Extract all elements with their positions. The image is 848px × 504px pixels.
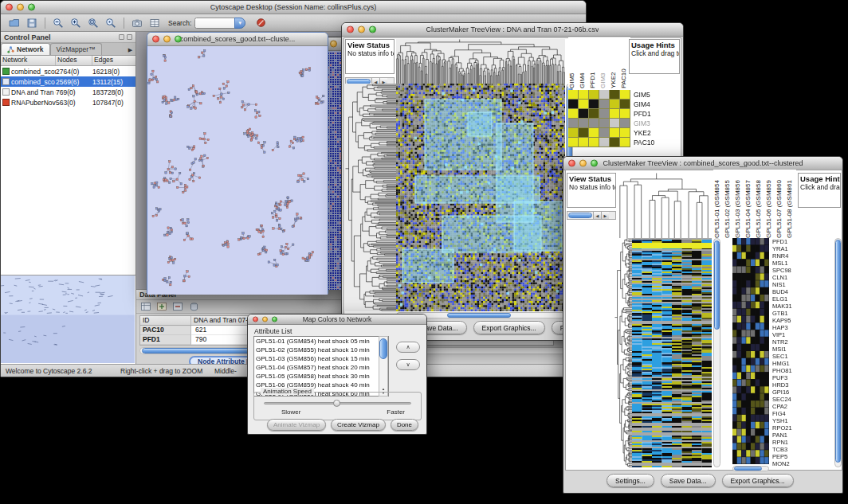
scroll-thumb[interactable] [835, 240, 841, 463]
scroll-right-button[interactable]: ▶ [601, 212, 609, 219]
open-session-button[interactable] [6, 16, 23, 30]
zoom-button[interactable] [369, 26, 376, 33]
heatmap-canvas[interactable] [396, 84, 565, 311]
select-attributes-button[interactable] [139, 301, 152, 312]
destroy-network-button[interactable] [252, 16, 269, 30]
dialog-button[interactable]: Animate Vizmap [267, 419, 326, 431]
network-overview-canvas[interactable] [1, 275, 135, 363]
minimize-button[interactable] [358, 26, 365, 33]
zoom-hscrollbar[interactable] [732, 466, 769, 471]
column-dendrogram-canvas[interactable] [396, 39, 565, 84]
minimize-button[interactable] [330, 41, 337, 48]
dialog-button[interactable]: Done [391, 419, 418, 431]
combo-arrow-icon[interactable]: ▼ [234, 18, 245, 29]
minimize-button[interactable] [163, 36, 171, 43]
usage-hints-title: Usage Hints [631, 41, 677, 49]
treeview-button[interactable]: Save Data... [661, 474, 716, 487]
minimize-button[interactable] [579, 160, 587, 167]
window-titlebar[interactable]: ClusterMaker TreeView : DNA and Tran 07-… [342, 23, 683, 37]
main-titlebar[interactable]: Cytoscape Desktop (Session Name: collins… [1, 1, 586, 14]
float-panel-button[interactable] [119, 34, 124, 40]
window-titlebar[interactable]: combined_scores_good.txt--cluste... [147, 33, 328, 46]
scroll-thumb[interactable] [734, 467, 762, 471]
matrix-row-labels: GIM5GIM4PFD1GIM3YKE2PAC10 [634, 90, 678, 147]
network-row[interactable]: combined_sco2569(6)13112(15) [1, 76, 135, 87]
attribute-list-label: Attribute List [254, 327, 292, 335]
close-button[interactable] [253, 317, 258, 322]
treeview-button[interactable]: Settings... [607, 474, 654, 487]
attribute-function-button[interactable] [187, 301, 200, 312]
snapshot-button[interactable] [128, 16, 146, 30]
tab-vizmapper[interactable]: VizMapper™ [50, 43, 102, 55]
zoom-button[interactable] [28, 4, 35, 11]
treeview-button[interactable]: Export Graphics... [473, 321, 545, 334]
attribute-list-item[interactable]: GPL51-05 (GSM858) heat shock 30 min [254, 372, 388, 381]
network-row[interactable]: RNAPuberNov2563(0)107847(0) [1, 97, 135, 107]
row-dendrogram-canvas[interactable] [345, 84, 396, 311]
column-dendrogram-canvas[interactable] [618, 173, 712, 238]
zoom-button[interactable] [591, 160, 598, 167]
move-up-button[interactable]: ∧ [396, 342, 420, 353]
create-attribute-button[interactable] [155, 301, 168, 312]
network-row-edges: 107847(0) [92, 99, 135, 107]
slider-thumb[interactable] [333, 400, 340, 407]
similarity-matrix-canvas[interactable] [568, 90, 630, 147]
matrix-column-labels: GIM5GIM4PFD1GIM3YKE2PAC10 [568, 37, 630, 88]
heatmap-column-label: GPL51-05 (GSM858 [755, 170, 765, 238]
tab-overflow-button[interactable]: ▶ [125, 45, 135, 55]
close-button[interactable] [152, 36, 159, 43]
view-status-box: View Status No status info to display [567, 173, 616, 208]
zoom-heatmap-canvas[interactable] [732, 238, 769, 464]
zoom-selected-button[interactable] [102, 16, 120, 30]
attribute-list-item[interactable]: GPL51-03 (GSM856) heat shock 15 min [254, 354, 388, 363]
scroll-thumb[interactable] [379, 338, 387, 359]
dialog-button[interactable]: Create Vizmap [331, 419, 386, 431]
window-titlebar[interactable]: ClusterMaker TreeView : combined_scores_… [563, 157, 842, 170]
view-status-scrollbar[interactable]: ◀ ▶ [567, 211, 616, 220]
scroll-left-button[interactable]: ◀ [593, 212, 601, 219]
global-vscrollbar[interactable] [713, 238, 720, 467]
zoom-out-button[interactable] [49, 16, 67, 30]
tab-network[interactable]: Network [1, 43, 50, 55]
gene-label: TCB3 [772, 446, 814, 453]
scroll-thumb[interactable] [568, 213, 592, 218]
dialog-titlebar[interactable]: Map Colors to Network [248, 315, 426, 325]
row-dendrogram-canvas[interactable] [614, 238, 632, 467]
delete-attribute-button[interactable] [171, 301, 184, 312]
minimize-button[interactable] [262, 317, 268, 322]
network-view-canvas[interactable] [147, 46, 328, 295]
col-header-id[interactable]: ID [140, 316, 191, 325]
zoom-button[interactable] [272, 317, 277, 322]
treeview-combined-window: ClusterMaker TreeView : combined_scores_… [563, 156, 843, 494]
speed-slider[interactable] [264, 402, 411, 404]
attribute-list-item[interactable]: GPL51-02 (GSM855) heat shock 10 min [254, 346, 388, 354]
scroll-thumb[interactable] [447, 313, 511, 318]
attribute-list-item[interactable]: GPL51-01 (GSM854) heat shock 05 min [254, 337, 388, 346]
network-row[interactable]: DNA and Tran 07769(0)183728(0) [1, 87, 135, 97]
close-button[interactable] [568, 160, 575, 167]
col-header-nodes[interactable]: Nodes [56, 56, 92, 65]
annotation-button[interactable] [146, 16, 163, 30]
zoom-vscrollbar[interactable] [834, 238, 842, 467]
close-button[interactable] [347, 26, 354, 33]
minimize-button[interactable] [17, 4, 24, 11]
gene-label: PHO81 [772, 367, 814, 374]
attribute-list-item[interactable]: GPL51-04 (GSM857) heat shock 20 min [254, 363, 388, 372]
network-row[interactable]: combined_scores2764(0)16218(0) [1, 66, 135, 76]
close-button[interactable] [6, 4, 13, 11]
save-session-button[interactable] [23, 16, 41, 30]
global-heatmap-canvas[interactable] [632, 238, 712, 467]
col-header-network[interactable]: Network [1, 56, 56, 65]
scroll-thumb[interactable] [714, 240, 720, 330]
matrix-column-label: YKE2 [610, 37, 620, 88]
zoom-button[interactable] [175, 36, 182, 43]
attribute-list-scrollbar[interactable]: ▲▼ [379, 336, 388, 397]
treeview-combined-buttons: Settings...Save Data...Export Graphics..… [607, 474, 794, 487]
zoom-fit-button[interactable] [84, 16, 102, 30]
treeview-button[interactable]: Export Graphics... [722, 474, 794, 487]
zoom-in-button[interactable] [67, 16, 84, 30]
col-header-edges[interactable]: Edges [92, 56, 135, 65]
move-down-button[interactable]: ∨ [396, 359, 420, 370]
search-input[interactable]: ▼ [194, 18, 245, 29]
close-panel-button[interactable] [127, 34, 132, 40]
